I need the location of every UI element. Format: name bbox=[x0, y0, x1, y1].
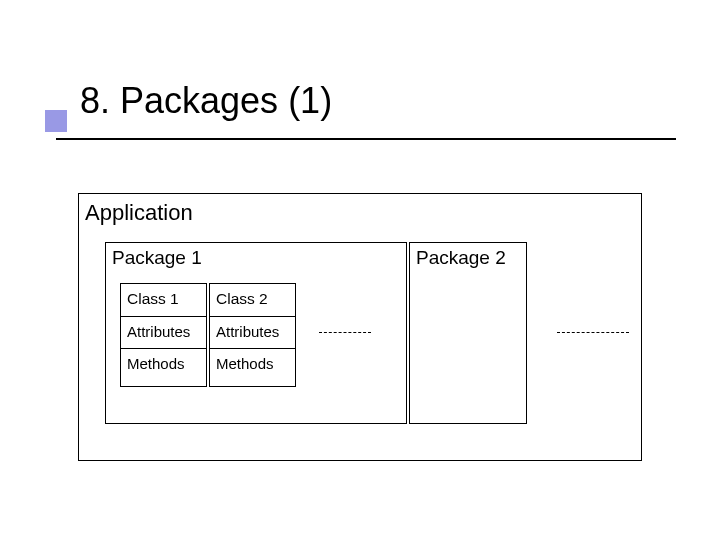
title-underline bbox=[56, 138, 676, 140]
connector-dash-1 bbox=[319, 332, 371, 333]
class-1-methods: Methods bbox=[121, 349, 206, 386]
class-1-box: Class 1 Attributes Methods bbox=[120, 283, 207, 387]
class-2-name: Class 2 bbox=[210, 284, 295, 317]
title-bullet bbox=[45, 110, 67, 132]
package-1-label: Package 1 bbox=[112, 247, 202, 269]
connector-dash-2 bbox=[557, 332, 629, 333]
class-1-name: Class 1 bbox=[121, 284, 206, 317]
slide: 8. Packages (1) Application Package 1 Cl… bbox=[0, 0, 720, 540]
package-2-box: Package 2 bbox=[409, 242, 527, 424]
slide-title: 8. Packages (1) bbox=[80, 80, 332, 122]
class-1-attributes: Attributes bbox=[121, 317, 206, 349]
class-2-attributes: Attributes bbox=[210, 317, 295, 349]
package-1-box: Package 1 Class 1 Attributes Methods Cla… bbox=[105, 242, 407, 424]
class-2-box: Class 2 Attributes Methods bbox=[209, 283, 296, 387]
application-box: Application Package 1 Class 1 Attributes… bbox=[78, 193, 642, 461]
class-2-methods: Methods bbox=[210, 349, 295, 386]
application-label: Application bbox=[85, 200, 193, 226]
package-2-label: Package 2 bbox=[416, 247, 506, 269]
